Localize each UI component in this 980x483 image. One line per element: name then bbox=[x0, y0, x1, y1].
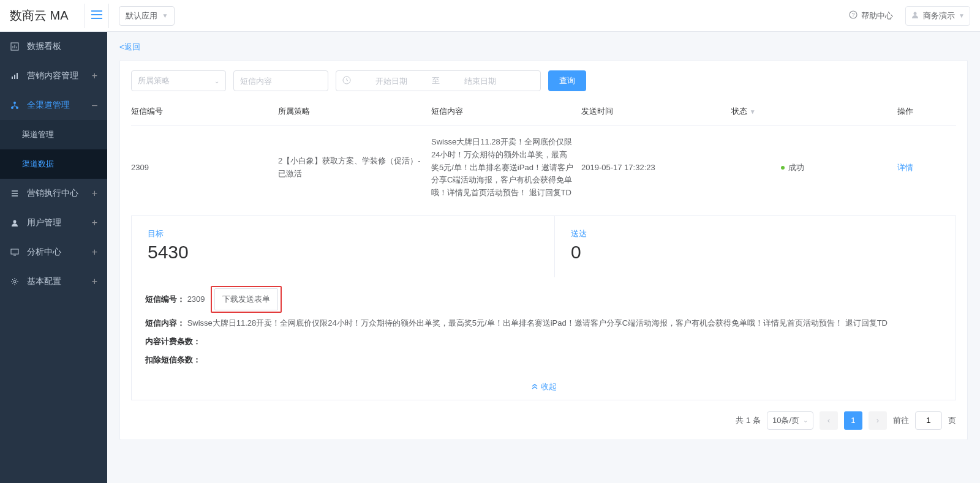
next-page-button[interactable]: › bbox=[869, 411, 887, 430]
status-text: 成功 bbox=[788, 162, 804, 173]
sidebar-item-label: 基本配置 bbox=[27, 276, 61, 287]
user-icon bbox=[10, 218, 20, 228]
th-time: 发送时间 bbox=[581, 99, 731, 126]
collapse-button[interactable]: 收起 bbox=[132, 374, 956, 400]
expand-icon: + bbox=[92, 247, 97, 258]
sidebar-item-label: 全渠道管理 bbox=[27, 100, 70, 111]
dashboard-icon bbox=[10, 42, 20, 51]
help-button[interactable]: ? 帮助中心 bbox=[844, 8, 898, 24]
sidebar-item-label: 数据看板 bbox=[27, 41, 61, 52]
deduct-label: 扣除短信条数： bbox=[145, 355, 201, 364]
filter-bar: 所属策略 ⌄ 至 查询 bbox=[131, 70, 956, 91]
table-header-row: 短信编号 所属策略 短信内容 发送时间 状态 ▼ 操作 bbox=[131, 99, 956, 126]
cell-time: 2019-05-17 17:32:23 bbox=[581, 126, 731, 209]
svg-point-10 bbox=[13, 220, 17, 223]
sms-table: 短信编号 所属策略 短信内容 发送时间 状态 ▼ 操作 2309 2 bbox=[131, 99, 956, 209]
user-icon bbox=[911, 10, 919, 21]
query-button[interactable]: 查询 bbox=[548, 70, 586, 91]
expand-icon: + bbox=[92, 217, 97, 228]
sidebar-item-dashboard[interactable]: 数据看板 bbox=[0, 32, 107, 61]
svg-rect-4 bbox=[12, 77, 13, 79]
sidebar-item-settings[interactable]: 基本配置 + bbox=[0, 267, 107, 296]
sidebar: 数据看板 营销内容管理 + 全渠道管理 – 渠道管理 渠道数据 bbox=[0, 32, 107, 483]
gear-icon bbox=[10, 277, 20, 286]
top-bar-left: 数商云 MA 默认应用 ▼ bbox=[10, 4, 175, 28]
th-op: 操作 bbox=[860, 99, 956, 126]
svg-point-12 bbox=[13, 280, 16, 283]
strategy-select[interactable]: 所属策略 ⌄ bbox=[131, 70, 226, 91]
detail-billing: 内容计费条数： bbox=[145, 334, 942, 350]
sidebar-item-user[interactable]: 用户管理 + bbox=[0, 208, 107, 238]
end-date-input[interactable] bbox=[443, 77, 517, 86]
sidebar-item-label: 营销内容管理 bbox=[27, 70, 78, 81]
list-icon bbox=[10, 189, 20, 198]
sidebar-item-channel[interactable]: 全渠道管理 – bbox=[0, 91, 107, 120]
detail-deduct: 扣除短信条数： bbox=[145, 352, 942, 368]
svg-point-8 bbox=[11, 107, 13, 109]
expand-icon: + bbox=[92, 276, 97, 287]
svg-rect-6 bbox=[17, 73, 18, 79]
svg-point-7 bbox=[13, 102, 16, 104]
stat-delivered-value: 0 bbox=[571, 242, 940, 263]
menu-toggle-button[interactable] bbox=[85, 4, 109, 28]
status-dot-icon bbox=[781, 166, 785, 170]
sms-id-label: 短信编号： bbox=[145, 294, 185, 304]
th-strategy: 所属策略 bbox=[278, 99, 431, 126]
expand-icon: + bbox=[92, 188, 97, 199]
content-panel: 所属策略 ⌄ 至 查询 bbox=[119, 60, 968, 440]
help-label: 帮助中心 bbox=[861, 10, 893, 21]
stat-delivered: 送达 0 bbox=[554, 216, 956, 277]
th-id: 短信编号 bbox=[131, 99, 278, 126]
pagination: 共 1 条 10条/页 ⌄ ‹ 1 › 前往 页 bbox=[131, 411, 956, 430]
th-content: 短信内容 bbox=[431, 99, 581, 126]
content-input[interactable] bbox=[240, 77, 322, 86]
stat-target: 目标 5430 bbox=[132, 216, 554, 277]
back-link[interactable]: <返回 bbox=[119, 42, 140, 53]
main-content: <返回 所属策略 ⌄ 至 查询 bbox=[107, 32, 980, 483]
detail-content: 短信内容： Swisse大牌日11.28开卖！全网底价仅限24小时！万众期待的额… bbox=[145, 315, 942, 331]
sidebar-item-label: 渠道管理 bbox=[22, 129, 54, 140]
prev-page-button[interactable]: ‹ bbox=[820, 411, 838, 430]
svg-point-9 bbox=[16, 107, 18, 109]
stat-target-value: 5430 bbox=[148, 242, 538, 263]
chevron-down-icon: ▼ bbox=[162, 12, 168, 19]
sidebar-item-label: 渠道数据 bbox=[22, 159, 54, 170]
chevron-right-icon: › bbox=[876, 416, 879, 425]
top-bar-right: ? 帮助中心 商务演示 ▼ bbox=[844, 6, 970, 26]
app-select[interactable]: 默认应用 ▼ bbox=[119, 6, 175, 26]
date-range-picker[interactable]: 至 bbox=[336, 70, 541, 91]
svg-rect-5 bbox=[14, 75, 15, 79]
goto-input[interactable] bbox=[915, 411, 942, 430]
download-highlight: 下载发送表单 bbox=[211, 286, 282, 313]
sidebar-item-analytics[interactable]: 分析中心 + bbox=[0, 238, 107, 267]
page-size-select[interactable]: 10条/页 ⌄ bbox=[767, 411, 813, 430]
cell-id: 2309 bbox=[131, 126, 278, 209]
user-menu[interactable]: 商务演示 ▼ bbox=[905, 6, 970, 26]
detail-sms-id: 短信编号： 2309 下载发送表单 bbox=[145, 286, 942, 313]
detail-body: 短信编号： 2309 下载发送表单 短信内容： Swisse大牌日11.28开卖… bbox=[132, 277, 956, 374]
stat-delivered-label: 送达 bbox=[571, 228, 940, 239]
sidebar-item-label: 分析中心 bbox=[27, 247, 61, 258]
table-row: 2309 2【小白象】获取方案、学装修（促活）-已激活 Swisse大牌日11.… bbox=[131, 126, 956, 209]
brand-title: 数商云 MA bbox=[10, 7, 75, 24]
sidebar-item-execution[interactable]: 营销执行中心 + bbox=[0, 179, 107, 208]
page-1-button[interactable]: 1 bbox=[844, 411, 862, 430]
collapse-label: 收起 bbox=[541, 381, 557, 392]
sidebar-sub-channel-manage[interactable]: 渠道管理 bbox=[0, 120, 107, 149]
th-status[interactable]: 状态 ▼ bbox=[731, 99, 860, 126]
content-input-wrap bbox=[233, 70, 328, 91]
strategy-placeholder: 所属策略 bbox=[138, 75, 170, 86]
app-select-label: 默认应用 bbox=[126, 10, 157, 21]
cell-op: 详情 bbox=[860, 126, 956, 209]
sitemap-icon bbox=[10, 100, 20, 110]
date-separator: 至 bbox=[432, 75, 440, 86]
goto-label: 前往 bbox=[893, 415, 909, 426]
chevron-left-icon: ‹ bbox=[827, 416, 830, 425]
chevron-down-icon: ⌄ bbox=[214, 78, 219, 84]
detail-link[interactable]: 详情 bbox=[897, 163, 913, 172]
start-date-input[interactable] bbox=[355, 77, 428, 86]
sidebar-sub-channel-data[interactable]: 渠道数据 bbox=[0, 149, 107, 179]
download-button[interactable]: 下载发送表单 bbox=[214, 288, 278, 310]
page-suffix: 页 bbox=[948, 415, 956, 426]
sidebar-item-marketing-content[interactable]: 营销内容管理 + bbox=[0, 61, 107, 91]
